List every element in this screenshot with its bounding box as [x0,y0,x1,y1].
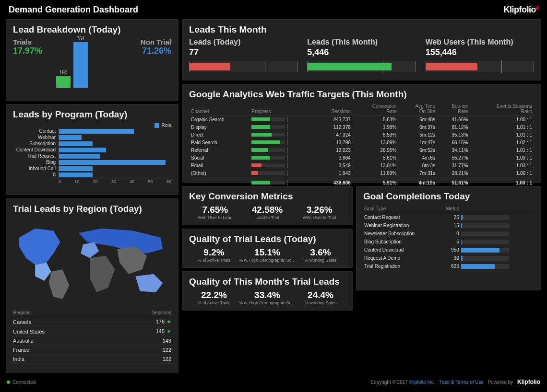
metric: 33.4%% w. High Demographic Sc… [239,290,296,305]
goal-row[interactable]: Content Download950 [363,246,534,254]
progress-bar [426,61,534,72]
lead-bar: 754 [73,36,88,88]
ga-row[interactable]: Email 3,54913.01%8m:3s31.77%1.03 : 1 [189,161,534,169]
region-row[interactable]: Australia143 [13,336,171,346]
world-map[interactable] [10,217,174,306]
footer-logo: Klipfolio [517,379,540,385]
card-lead-breakdown: Lead Breakdown (Today) Trials 17.97% 190… [6,19,178,101]
goal-row[interactable]: Blog Subscription5 [363,238,534,246]
goal-row[interactable]: Request A Demo30 [363,254,534,262]
brand-logo: Klipfolio [504,5,538,15]
card-leads-by-program: Leads by Program (Today) Role ContactWeb… [6,104,178,195]
page-title: Demand Generation Dashboard [9,5,138,15]
ga-col: BounceRate [437,103,470,115]
link-terms[interactable]: Trust & Terms of Use [439,380,484,385]
leads-month-metric: Leads (This Month)5,446 [307,38,416,72]
program-label: Inbound Call [13,165,56,172]
ga-title: Google Analytics Web Traffic Targets (Th… [189,89,534,100]
progress-bar [307,61,416,72]
gc-title: Goal Completions Today [363,191,534,202]
ga-col: Channel [189,103,250,115]
lead-bar: 190 [56,70,71,88]
program-bar-row [59,140,171,147]
program-bar-row [59,147,171,153]
metric: 3.26%Web User to Trial [293,205,345,220]
link-klipfolio-inc[interactable]: Klipfolio Inc. [409,380,435,385]
ga-col: Sessions [315,103,353,115]
goal-row[interactable]: Webinar Registration15 [363,221,534,230]
card-quality-today: Quality of Trial Leads (Today) 9.2%% of … [182,229,353,268]
program-bar-row [59,153,171,159]
metric: 22.2%% of Active Trials [189,290,239,305]
card-ga-targets: Google Analytics Web Traffic Targets (Th… [182,84,541,183]
goal-row[interactable]: Contact Request25 [363,213,534,222]
program-bar-row [59,134,171,140]
kcm-title: Key Conversion Metrics [189,191,345,202]
ga-col: Avg TimeOn Site [398,103,437,115]
metric: 7.65%Web User to Lead [189,205,241,220]
footer: Connected Copyright © 2017 Klipfolio Inc… [0,376,547,385]
leads-month-metric: Leads (Today)77 [189,38,297,72]
gc-col-type: Goal Type [363,205,441,213]
ga-col: ConversionRate [353,103,399,115]
program-bar-row [59,159,171,165]
ga-row[interactable]: (Other) 1,94311.89%7m:31s28.21%1.00 : 1 [189,169,534,177]
program-label: Trial Request [13,153,56,159]
gc-col-metric: Metric [441,205,460,213]
metric: 24.4%% working Sales [296,290,345,305]
region-row[interactable]: India122 [13,355,171,364]
lead-breakdown-bars: 190754 [56,35,88,88]
ga-row[interactable]: Direct 47,3248.53%5m:12s35.13%1.01 : 1 [189,131,534,138]
card-quality-month: Quality of This Month's Trial Leads 22.2… [182,271,353,311]
region-row[interactable]: United States145★ [13,327,171,336]
region-title: Trial Leads by Region (Today) [13,204,171,214]
leads-month-metric: Web Users (This Month)155,446 [426,38,534,72]
ga-row[interactable]: Social 3,8645.61%4m:6s55.27%1.03 : 1 [189,154,534,161]
legend-role: Role [13,123,171,128]
goal-row[interactable]: Newsletter Subscription0 [363,230,534,238]
trials-label: Trials [13,38,51,46]
program-label: Blog [13,159,56,165]
topbar: Demand Generation Dashboard Klipfolio [0,0,547,17]
nontrial-pct: 71.26% [123,46,171,56]
goal-row[interactable]: Trial Registration825 [363,262,534,270]
region-row[interactable]: France122 [13,346,171,355]
card-goal-completions: Goal Completions Today Goal Type Metric … [356,186,541,290]
col-regions: Regions [13,309,111,317]
ga-col: Progress [250,103,314,115]
metric: 3.6%% working Sales [296,247,345,263]
leads-month-title: Leads This Month [189,24,534,35]
ga-col: Events:SessionsRatio [470,103,534,115]
ga-row[interactable]: Organic Search 243,7375.63%5m:48s41.66%1… [189,115,534,124]
program-label: Contact [13,128,56,134]
program-label: Subscription [13,140,56,147]
leads-by-program-title: Leads by Program (Today) [13,109,171,120]
metric: 15.1%% w. High Demographic Sc… [239,247,296,263]
star-icon: ★ [166,328,171,334]
metric: 42.58%Lead to Trial [241,205,294,220]
col-sessions: Sessions [111,309,171,317]
region-row[interactable]: Canada176★ [13,317,171,327]
lead-breakdown-title: Lead Breakdown (Today) [13,24,171,35]
ga-row[interactable]: Display 112,3781.98%0m:37s81.12%1.01 : 1 [189,123,534,131]
region-table: Regions Sessions Canada176★United States… [13,309,171,364]
qtoday-title: Quality of Trial Leads (Today) [189,234,345,244]
program-label: 8 [13,172,56,178]
card-trial-leads-region: Trial Leads by Region (Today) Regions [6,198,178,373]
ga-row[interactable]: Referral 12,02326.95%6m:52s34.11%1.01 : … [189,146,534,154]
program-bar-row [59,172,171,178]
nontrial-label: Non Trial [123,38,171,46]
connection-status: Connected [7,380,36,385]
program-bar-row [59,165,171,172]
card-leads-this-month: Leads This Month Leads (Today)77 Leads (… [182,19,541,81]
ga-row[interactable]: Paid Search 13,79013.09%1m:47s66.15%1.02… [189,138,534,146]
card-key-conversion: Key Conversion Metrics 7.65%Web User to … [182,186,353,225]
program-label: Content Download [13,147,56,153]
progress-bar [189,61,297,72]
metric: 9.2%% of Active Trials [189,247,239,263]
qmonth-title: Quality of This Month's Trial Leads [189,277,345,287]
trials-pct: 17.97% [13,46,51,56]
program-bar-row [59,128,171,134]
star-icon: ★ [166,319,171,324]
program-label: Webinar [13,134,56,140]
